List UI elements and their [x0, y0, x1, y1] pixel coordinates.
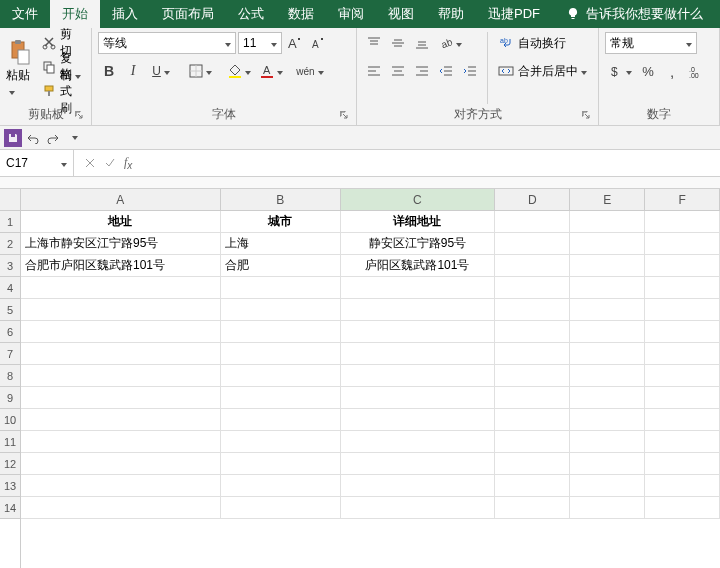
font-size-combo[interactable]: 11 — [238, 32, 282, 54]
row-header[interactable]: 7 — [0, 343, 20, 365]
border-button[interactable] — [185, 60, 215, 82]
qat-customize-button[interactable] — [64, 129, 82, 147]
cell[interactable] — [341, 497, 496, 519]
cell[interactable] — [495, 343, 570, 365]
tab-help[interactable]: 帮助 — [426, 0, 476, 28]
cell[interactable] — [645, 497, 720, 519]
tell-me[interactable]: 告诉我你想要做什么 — [566, 5, 703, 23]
cell[interactable] — [495, 365, 570, 387]
merge-center-button[interactable]: 合并后居中 — [494, 60, 591, 82]
cell[interactable] — [570, 475, 645, 497]
enter-formula-button[interactable] — [104, 155, 116, 171]
align-center-button[interactable] — [387, 60, 409, 82]
cell[interactable] — [570, 233, 645, 255]
save-button[interactable] — [4, 129, 22, 147]
tab-data[interactable]: 数据 — [276, 0, 326, 28]
row-header[interactable]: 11 — [0, 431, 20, 453]
cell[interactable] — [570, 365, 645, 387]
cell[interactable] — [570, 387, 645, 409]
cell[interactable] — [21, 365, 221, 387]
tab-review[interactable]: 审阅 — [326, 0, 376, 28]
cell[interactable]: 上海市静安区江宁路95号 — [21, 233, 221, 255]
cell[interactable] — [495, 431, 570, 453]
cell[interactable] — [570, 277, 645, 299]
cell[interactable] — [495, 409, 570, 431]
cell[interactable] — [645, 409, 720, 431]
cell[interactable] — [341, 365, 496, 387]
row-header[interactable]: 10 — [0, 409, 20, 431]
cell[interactable] — [221, 343, 341, 365]
cell[interactable] — [221, 409, 341, 431]
accounting-format-button[interactable]: $ — [605, 60, 635, 82]
phonetic-button[interactable]: wén — [295, 60, 325, 82]
column-header-d[interactable]: D — [495, 189, 570, 211]
cell[interactable] — [221, 299, 341, 321]
font-color-button[interactable]: A — [256, 60, 286, 82]
row-header[interactable]: 9 — [0, 387, 20, 409]
cell[interactable] — [341, 475, 496, 497]
cell[interactable] — [645, 387, 720, 409]
cell[interactable] — [570, 431, 645, 453]
cell[interactable] — [21, 343, 221, 365]
align-bottom-button[interactable] — [411, 32, 433, 54]
percent-button[interactable]: % — [637, 60, 659, 82]
cell[interactable] — [645, 211, 720, 233]
cell[interactable] — [21, 387, 221, 409]
cell[interactable] — [341, 431, 496, 453]
cell[interactable] — [645, 321, 720, 343]
align-top-button[interactable] — [363, 32, 385, 54]
cell[interactable] — [495, 387, 570, 409]
wrap-text-button[interactable]: ab自动换行 — [494, 32, 591, 54]
cell[interactable] — [570, 321, 645, 343]
row-header[interactable]: 6 — [0, 321, 20, 343]
row-header[interactable]: 5 — [0, 299, 20, 321]
cell[interactable]: 详细地址 — [341, 211, 496, 233]
italic-button[interactable]: I — [122, 60, 144, 82]
cell[interactable] — [221, 475, 341, 497]
increase-decimal-button[interactable]: .0.00 — [685, 60, 707, 82]
decrease-font-button[interactable]: A — [308, 32, 330, 54]
cell[interactable] — [495, 277, 570, 299]
tab-layout[interactable]: 页面布局 — [150, 0, 226, 28]
tab-view[interactable]: 视图 — [376, 0, 426, 28]
cell[interactable] — [495, 211, 570, 233]
cell[interactable] — [21, 409, 221, 431]
cell[interactable] — [495, 321, 570, 343]
comma-button[interactable]: , — [661, 60, 683, 82]
cell[interactable] — [570, 299, 645, 321]
cell[interactable]: 上海 — [221, 233, 341, 255]
decrease-indent-button[interactable] — [435, 60, 457, 82]
align-middle-button[interactable] — [387, 32, 409, 54]
cell[interactable] — [645, 475, 720, 497]
cell[interactable] — [221, 365, 341, 387]
orientation-button[interactable]: ab — [435, 32, 465, 54]
column-header-a[interactable]: A — [21, 189, 221, 211]
align-left-button[interactable] — [363, 60, 385, 82]
cell[interactable] — [21, 475, 221, 497]
cell[interactable] — [645, 431, 720, 453]
cancel-formula-button[interactable] — [84, 155, 96, 171]
bold-button[interactable]: B — [98, 60, 120, 82]
row-header[interactable]: 3 — [0, 255, 20, 277]
row-header[interactable]: 14 — [0, 497, 20, 519]
cell[interactable] — [21, 321, 221, 343]
cell[interactable] — [221, 387, 341, 409]
cell[interactable]: 地址 — [21, 211, 221, 233]
cell[interactable] — [495, 233, 570, 255]
cell[interactable] — [221, 277, 341, 299]
fill-color-button[interactable] — [224, 60, 254, 82]
cell[interactable] — [495, 497, 570, 519]
cell[interactable] — [341, 387, 496, 409]
cell[interactable] — [341, 343, 496, 365]
cell[interactable] — [570, 343, 645, 365]
cell[interactable] — [495, 299, 570, 321]
format-painter-button[interactable]: 格式刷 — [38, 80, 85, 102]
select-all-corner[interactable] — [0, 189, 20, 211]
cell[interactable] — [221, 497, 341, 519]
row-header[interactable]: 2 — [0, 233, 20, 255]
increase-font-button[interactable]: A — [284, 32, 306, 54]
cell[interactable]: 庐阳区魏武路101号 — [341, 255, 496, 277]
font-name-combo[interactable]: 等线 — [98, 32, 236, 54]
cell[interactable] — [645, 453, 720, 475]
column-header-b[interactable]: B — [221, 189, 341, 211]
